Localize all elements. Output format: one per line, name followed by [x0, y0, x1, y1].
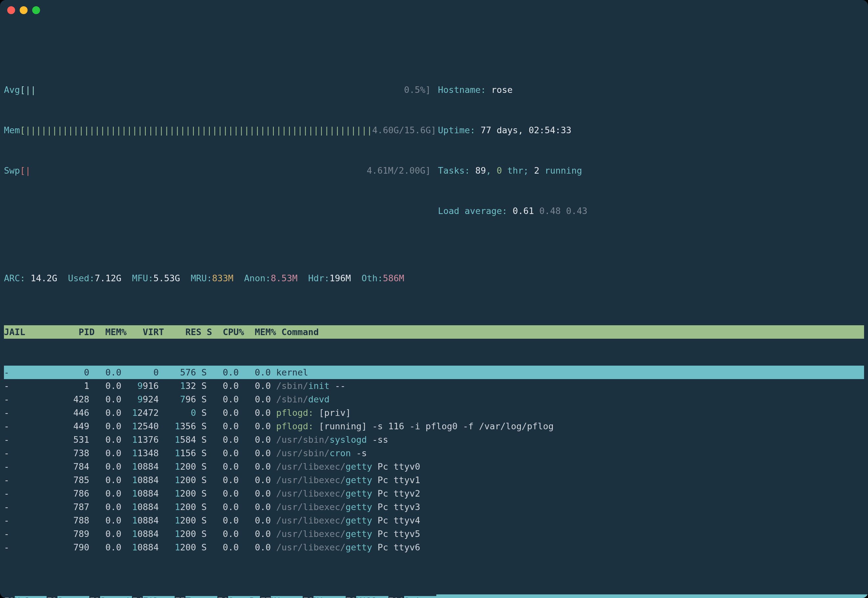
process-row[interactable]: - 1 0.0 9916 132 S 0.0 0.0 /sbin/init --: [4, 379, 864, 393]
close-icon[interactable]: [7, 6, 15, 14]
process-row[interactable]: - 446 0.0 12472 0 S 0.0 0.0 pflogd: [pri…: [4, 406, 864, 419]
process-row[interactable]: - 786 0.0 10884 1200 S 0.0 0.0 /usr/libe…: [4, 487, 864, 500]
fn-f2[interactable]: F2Setup: [46, 594, 89, 598]
terminal-window: Avg[||0.5%] Mem[||||||||||||||||||||||||…: [0, 0, 868, 598]
arc-line: ARC: 14.2G Used:7.12G MFU:5.53G MRU:833M…: [4, 271, 864, 285]
fn-f7[interactable]: F7Nice -: [260, 594, 303, 598]
sysinfo-col: Hostname: rose Uptime: 77 days, 02:54:33…: [438, 56, 864, 245]
fn-f9[interactable]: F9Kill: [346, 594, 388, 598]
function-key-bar[interactable]: F1Help F2Setup F3SearchF4FilterF5Tree F6…: [4, 594, 864, 598]
fn-f8[interactable]: F8Nice +: [303, 594, 345, 598]
process-header[interactable]: JAIL PID MEM% VIRT RES S CPU% MEM% Comma…: [4, 325, 864, 339]
meters-col: Avg[||0.5%] Mem[||||||||||||||||||||||||…: [4, 56, 438, 245]
fn-f4[interactable]: F4Filter: [132, 594, 175, 598]
uptime: Uptime: 77 days, 02:54:33: [438, 123, 864, 137]
fn-f5[interactable]: F5Tree: [175, 594, 217, 598]
process-row[interactable]: - 788 0.0 10884 1200 S 0.0 0.0 /usr/libe…: [4, 514, 864, 527]
fn-f10[interactable]: F10Quit: [388, 594, 436, 598]
fn-fill: [436, 594, 868, 598]
htop-pane[interactable]: Avg[||0.5%] Mem[||||||||||||||||||||||||…: [4, 43, 864, 598]
process-row[interactable]: - 789 0.0 10884 1200 S 0.0 0.0 /usr/libe…: [4, 527, 864, 541]
process-row[interactable]: - 531 0.0 11376 1584 S 0.0 0.0 /usr/sbin…: [4, 433, 864, 446]
process-row[interactable]: - 790 0.0 10884 1200 S 0.0 0.0 /usr/libe…: [4, 541, 864, 554]
process-row[interactable]: - 738 0.0 11348 1156 S 0.0 0.0 /usr/sbin…: [4, 446, 864, 460]
process-list[interactable]: - 0 0.0 0 576 S 0.0 0.0 kernel- 1 0.0 99…: [4, 366, 864, 554]
fn-f1[interactable]: F1Help: [4, 594, 46, 598]
fn-f6[interactable]: F6SortBy: [217, 594, 260, 598]
process-row[interactable]: - 449 0.0 12540 1356 S 0.0 0.0 pflogd: […: [4, 419, 864, 433]
process-row[interactable]: - 0 0.0 0 576 S 0.0 0.0 kernel: [4, 366, 864, 379]
process-row[interactable]: - 785 0.0 10884 1200 S 0.0 0.0 /usr/libe…: [4, 473, 864, 487]
terminal-content[interactable]: Avg[||0.5%] Mem[||||||||||||||||||||||||…: [4, 16, 864, 598]
meter-swp: Swp[|4.61M/2.00G]: [4, 164, 431, 177]
process-row[interactable]: - 784 0.0 10884 1200 S 0.0 0.0 /usr/libe…: [4, 460, 864, 473]
process-row[interactable]: - 428 0.0 9924 796 S 0.0 0.0 /sbin/devd: [4, 393, 864, 406]
load-average: Load average: 0.61 0.48 0.43: [438, 204, 864, 218]
fn-f3[interactable]: F3Search: [89, 594, 132, 598]
hostname: Hostname: rose: [438, 83, 864, 97]
maximize-icon[interactable]: [32, 6, 40, 14]
tasks: Tasks: 89, 0 thr; 2 running: [438, 164, 864, 177]
meter-mem: Mem[||||||||||||||||||||||||||||||||||||…: [4, 123, 431, 137]
minimize-icon[interactable]: [20, 6, 28, 14]
process-row[interactable]: - 787 0.0 10884 1200 S 0.0 0.0 /usr/libe…: [4, 500, 864, 514]
titlebar: [4, 4, 864, 16]
meter-avg: Avg[||0.5%]: [4, 83, 431, 97]
